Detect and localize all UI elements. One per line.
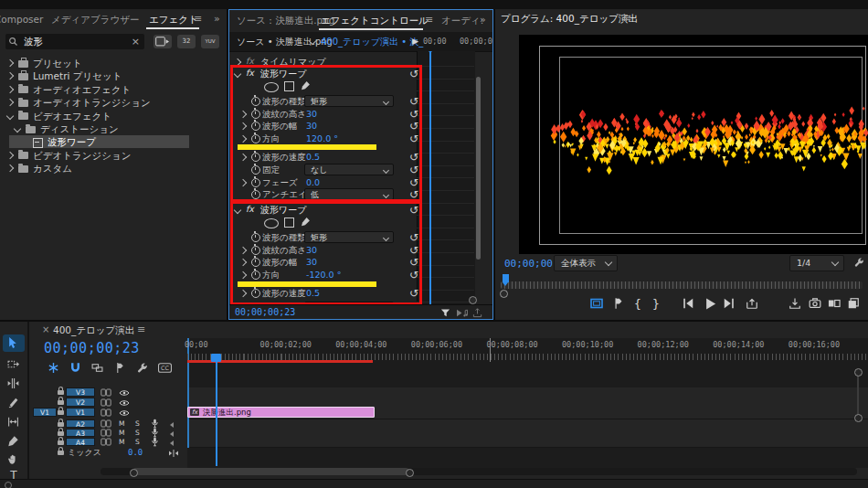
collapse-track-icon[interactable] <box>170 422 174 428</box>
stopwatch-icon[interactable] <box>251 97 260 106</box>
expand-parameter-icon[interactable] <box>239 271 247 279</box>
tool-razor[interactable] <box>3 394 25 411</box>
tree-item-オーディオエフェクト[interactable]: オーディオエフェクト <box>0 83 227 96</box>
ec-playhead-line[interactable] <box>429 51 431 305</box>
expand-parameter-icon[interactable] <box>239 259 247 266</box>
pen-mask-icon[interactable] <box>301 217 311 227</box>
mix-value[interactable]: 0.0 <box>128 448 143 458</box>
track-lock-icon[interactable] <box>58 400 64 405</box>
track-lock-icon[interactable] <box>58 410 64 415</box>
effect-controls-menu-icon[interactable]: ≡ <box>425 10 433 30</box>
safe-margins-icon[interactable] <box>590 297 603 310</box>
video-track-name-V1[interactable]: V1 <box>66 408 95 417</box>
timeline-vertical-scrollbar[interactable] <box>857 372 859 418</box>
rect-mask-icon[interactable] <box>284 217 294 228</box>
tool-slip[interactable] <box>3 413 25 430</box>
expand-parameter-icon[interactable] <box>239 135 247 143</box>
parameter-value[interactable]: 30 <box>306 256 317 268</box>
track-visibility-eye-icon[interactable] <box>119 409 130 417</box>
ec-tab-overflow-icon[interactable]: » <box>480 10 486 30</box>
video-track-name-V3[interactable]: V3 <box>66 387 95 397</box>
rect-mask-icon[interactable] <box>284 81 294 91</box>
parameter-value[interactable]: 30 <box>306 120 317 132</box>
program-settings-wrench-icon[interactable] <box>853 257 864 268</box>
chevron-down-icon[interactable] <box>14 125 21 133</box>
collapse-effect-icon[interactable] <box>234 207 241 214</box>
mute-button[interactable]: M <box>119 419 124 428</box>
playback-resolution-select[interactable]: 1/4 <box>789 255 844 271</box>
reset-parameter-icon[interactable]: ↺ <box>408 288 419 299</box>
ec-hscroll-handle-icon[interactable] <box>469 296 477 304</box>
collapse-effect-icon[interactable] <box>234 70 241 78</box>
reset-parameter-icon[interactable]: ↺ <box>408 121 419 132</box>
track-patch-icon[interactable] <box>101 388 111 397</box>
stopwatch-icon[interactable] <box>251 178 260 187</box>
reset-parameter-icon[interactable]: ↺ <box>408 109 419 120</box>
reset-parameter-icon[interactable]: ↺ <box>408 270 419 281</box>
program-playhead-flag-tip[interactable] <box>503 282 508 286</box>
reset-parameter-icon[interactable]: ↺ <box>408 189 419 200</box>
tab-effect-controls[interactable]: エフェクトコントロール <box>321 10 429 30</box>
ec-sequence-clip-link[interactable]: 400_テロップ演出 • 決_ <box>321 32 423 51</box>
tool-ripple-edit[interactable] <box>3 375 25 392</box>
parameter-value[interactable]: 30 <box>306 244 317 256</box>
expand-parameter-icon[interactable] <box>239 246 247 253</box>
play-audio-icon[interactable] <box>455 308 469 318</box>
stopwatch-icon[interactable] <box>251 165 260 175</box>
stopwatch-icon[interactable] <box>251 258 260 267</box>
stopwatch-icon[interactable] <box>251 122 260 131</box>
expand-parameter-icon[interactable] <box>239 290 247 297</box>
expand-timeremap-icon[interactable] <box>234 58 241 66</box>
parameter-value[interactable]: 120.0 ° <box>306 133 338 144</box>
parameter-dropdown[interactable]: 低 <box>304 188 394 200</box>
stopwatch-icon[interactable] <box>251 190 260 199</box>
parameter-value[interactable]: 0.5 <box>306 287 320 299</box>
solo-button[interactable]: S <box>135 419 140 428</box>
parameter-dropdown[interactable]: 矩形 <box>304 95 394 107</box>
ec-timecode[interactable]: 00;00;00;23 <box>235 305 295 320</box>
timeline-clip[interactable]: fx 決勝進出.png <box>187 407 375 418</box>
program-video-area[interactable] <box>519 35 868 254</box>
reset-parameter-icon[interactable]: ↺ <box>408 232 419 243</box>
stopwatch-icon[interactable] <box>251 153 260 162</box>
tree-item-オーディオトランジション[interactable]: オーディオトランジション <box>0 96 227 109</box>
chevron-right-icon[interactable] <box>6 164 14 172</box>
expand-parameter-icon[interactable] <box>239 154 247 161</box>
reset-parameter-icon[interactable]: ↺ <box>408 205 419 216</box>
accelerated-effects-badge-icon[interactable] <box>153 35 172 48</box>
ellipse-mask-icon[interactable] <box>264 218 279 228</box>
tree-item-カスタム[interactable]: カスタム <box>0 162 227 175</box>
mark-in-button[interactable]: { <box>631 297 644 311</box>
voiceover-mic-icon[interactable] <box>150 437 160 447</box>
tree-item-Lumetri プリセット[interactable]: Lumetri プリセット <box>0 69 227 82</box>
add-marker-icon[interactable] <box>612 297 625 310</box>
tool-type[interactable]: T <box>3 468 25 485</box>
track-visibility-eye-icon[interactable] <box>119 389 130 397</box>
parameter-dropdown[interactable]: 矩形 <box>304 231 394 243</box>
stopwatch-icon[interactable] <box>251 271 260 280</box>
track-lock-icon[interactable] <box>58 422 64 427</box>
zoom-level-select[interactable]: 全体表示 <box>554 255 618 271</box>
track-patch-icon[interactable] <box>101 398 111 407</box>
track-patch-icon[interactable] <box>101 419 111 428</box>
tool-pen[interactable] <box>3 432 25 450</box>
reset-parameter-icon[interactable]: ↺ <box>408 164 419 175</box>
vscroll-top-handle-icon[interactable] <box>854 368 863 377</box>
track-patch-icon[interactable] <box>101 408 111 417</box>
track-patch-icon[interactable] <box>101 438 111 446</box>
tree-item-波形ワープ[interactable]: 波形ワープ <box>0 135 227 148</box>
filter-properties-funnel-icon[interactable] <box>440 308 450 318</box>
ellipse-mask-icon[interactable] <box>264 82 279 92</box>
track-lock-icon[interactable] <box>58 390 64 395</box>
tool-hand[interactable] <box>3 451 25 468</box>
audio-track-name-A4[interactable]: A4 <box>66 438 95 446</box>
ec-vertical-scrollbar[interactable] <box>476 77 481 260</box>
track-patch-icon[interactable] <box>101 429 111 437</box>
ec-playhead-handle-tip[interactable] <box>425 51 436 53</box>
play-icon[interactable] <box>704 297 717 311</box>
32bit-badge-icon[interactable]: 32 <box>177 35 196 48</box>
track-lock-icon[interactable] <box>58 440 64 445</box>
video-track-name-V2[interactable]: V2 <box>66 398 95 407</box>
reset-parameter-icon[interactable]: ↺ <box>408 177 419 188</box>
reset-parameter-icon[interactable]: ↺ <box>408 96 419 107</box>
